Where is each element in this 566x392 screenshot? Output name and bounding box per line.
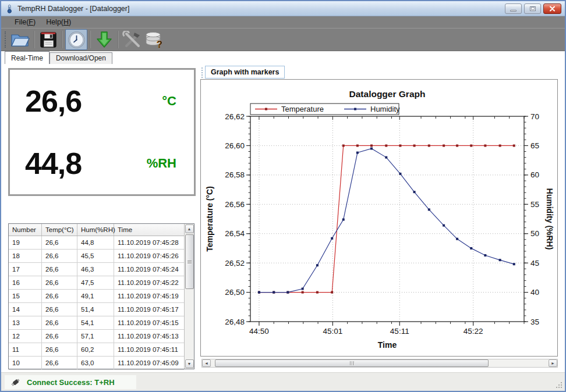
table-scrollbar[interactable]: ▲ ▼ [184,224,194,369]
graph-hscrollbar[interactable]: ◄ ► [201,359,558,368]
svg-text:45:01: 45:01 [323,327,342,336]
svg-text:50: 50 [530,229,539,238]
toolbar-separator [118,31,119,48]
table-cell: 13 [9,316,42,330]
svg-text:?: ? [157,40,162,48]
scroll-right-button[interactable]: ► [549,359,557,367]
table-cell: 26,6 [42,236,77,250]
resize-grip[interactable] [556,382,563,389]
table-cell: 44,8 [77,236,114,250]
svg-text:Time: Time [378,340,397,350]
download-button[interactable] [93,29,115,50]
statusbar: Connect Success: T+RH [1,372,565,391]
table-row[interactable]: 1926,644,811.10.2019 07:45:28 [9,236,194,250]
save-button[interactable] [37,29,59,50]
table-cell: 15 [9,290,42,303]
database-help-button[interactable]: ? [143,29,165,50]
datalogger-chart: 44:5045:0145:1145:2226,4826,5026,5226,54… [201,80,557,356]
close-button[interactable] [543,3,561,14]
svg-text:26,52: 26,52 [225,259,245,268]
column-header[interactable]: Temp(°C) [42,224,77,236]
table-body: 1926,644,811.10.2019 07:45:281826,645,51… [9,236,194,370]
table-cell: 60,2 [77,343,114,357]
toolbar-separator [90,31,91,48]
table-row[interactable]: 1226,657,111.10.2019 07:45:13 [9,330,194,343]
table-row[interactable]: 1526,649,111.10.2019 07:45:19 [9,290,194,303]
table-cell: 26,6 [42,316,77,330]
connector-plug-icon [9,377,21,387]
menu-help[interactable]: Help(H) [41,17,76,27]
open-folder-button[interactable] [9,29,31,50]
table-row[interactable]: 1326,654,111.10.2019 07:45:15 [9,316,194,330]
scroll-left-button[interactable]: ◄ [202,359,211,367]
table-cell: 51,4 [77,303,114,316]
table-cell: 26,6 [42,330,77,343]
toolbar-separator [34,31,35,48]
table-cell: 11.10.2019 07:45:11 [114,343,184,357]
svg-text:45:11: 45:11 [390,327,409,336]
table-cell: 46,3 [77,263,114,276]
svg-text:45:22: 45:22 [464,327,483,336]
svg-text:Humidity: Humidity [370,105,400,113]
table-cell: 63,0 [77,357,114,370]
svg-text:35: 35 [530,318,539,326]
table-cell: 26,6 [42,357,77,370]
svg-text:26,48: 26,48 [225,318,245,326]
readout-panel: 26,6 °C 44,8 %RH [8,68,196,196]
menubar: File(F)Help(H) [1,16,565,28]
svg-text:65: 65 [530,141,539,150]
table-cell: 26,6 [42,343,77,357]
svg-text:70: 70 [530,112,539,121]
tools-button[interactable] [121,29,143,50]
column-header[interactable]: Hum(%RH) [77,224,114,236]
tab-download-open[interactable]: Download/Open [49,52,112,64]
hscroll-thumb[interactable] [215,359,489,367]
tab-strip: Real-TimeDownload/Open [1,51,565,64]
minimize-button[interactable] [505,3,522,14]
realtime-clock-button[interactable] [65,29,87,50]
svg-text:Temperature: Temperature [281,105,324,113]
graph-with-markers-button[interactable]: Graph with markers [205,66,285,79]
table-row[interactable]: 1126,660,211.10.2019 07:45:11 [9,343,194,357]
temperature-readout: 26,6 °C [10,70,194,132]
scroll-down-button[interactable]: ▼ [185,359,194,368]
svg-text:Datalogger Graph: Datalogger Graph [349,89,426,99]
content-area: 26,6 °C 44,8 %RH NumberTemp(°C)Hum(%RH)T… [1,64,565,372]
toolbar-gripper[interactable] [5,31,6,48]
close-icon [549,6,556,12]
table-row[interactable]: 1426,651,411.10.2019 07:45:17 [9,303,194,316]
column-header[interactable]: Number [9,224,42,236]
table-cell: 45,5 [77,250,114,263]
temperature-unit: °C [162,94,176,109]
maximize-button[interactable] [524,3,541,14]
svg-text:26,56: 26,56 [225,200,245,209]
table-cell: 11.10.2019 07:45:26 [114,250,184,263]
svg-text:26,54: 26,54 [225,229,245,238]
database-help-icon: ? [144,31,164,48]
table-cell: 11.10.2019 07:45:22 [114,276,184,290]
graph-gripper[interactable] [201,67,203,80]
table-row[interactable]: 1626,647,511.10.2019 07:45:22 [9,276,194,290]
scroll-up-button[interactable]: ▲ [185,224,194,233]
table-row[interactable]: 1726,646,311.10.2019 07:45:24 [9,263,194,276]
realtime-clock-icon [68,31,86,49]
temperature-value: 26,6 [25,84,82,119]
titlebar: TempRH Datalogger - [Datalogger] [1,1,565,16]
table-row[interactable]: 1026,663,011.10.2019 07:45:09 [9,357,194,370]
table-cell: 26,6 [42,290,77,303]
menu-file[interactable]: File(F) [9,17,41,27]
table-cell: 26,6 [42,303,77,316]
graph-panel: 44:5045:0145:1145:2226,4826,5026,5226,54… [200,79,558,357]
svg-text:Temperature (°C): Temperature (°C) [205,186,214,252]
table-row[interactable]: 1826,645,511.10.2019 07:45:26 [9,250,194,263]
table-cell: 18 [9,250,42,263]
column-header[interactable]: Time [114,224,184,236]
maximize-icon [530,6,536,11]
svg-text:40: 40 [530,288,539,297]
tab-real-time[interactable]: Real-Time [5,51,49,64]
scroll-thumb[interactable] [185,234,194,289]
minimize-icon [510,10,517,12]
window-controls [505,3,561,14]
status-panel: Connect Success: T+RH [5,375,136,389]
table-cell: 47,5 [77,276,114,290]
